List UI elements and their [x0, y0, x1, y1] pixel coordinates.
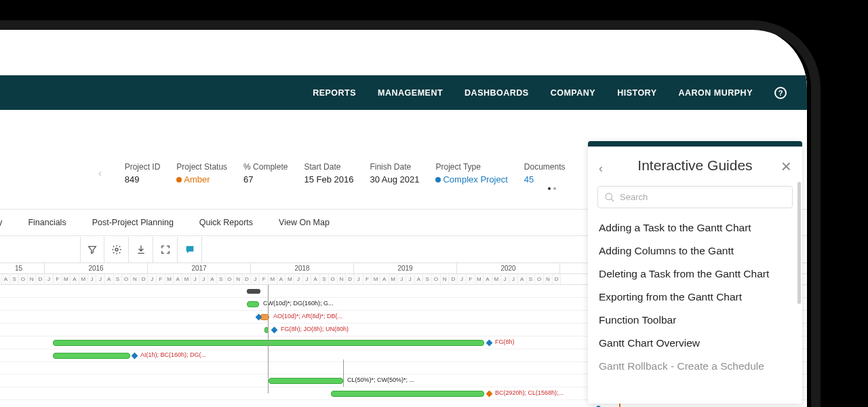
- month-cell: S: [217, 274, 226, 284]
- month-cell: M: [492, 274, 501, 284]
- month-cell: J: [458, 274, 467, 284]
- tab-partial[interactable]: ery: [0, 218, 5, 227]
- gantt-bar-label: CL(50%)*; CW(50%)*; ...: [347, 376, 414, 383]
- month-cell: F: [260, 274, 269, 284]
- month-cell: J: [148, 274, 157, 284]
- month-cell: A: [2, 274, 11, 284]
- close-icon[interactable]: ×: [781, 157, 791, 175]
- panel-back-icon[interactable]: ‹: [599, 161, 603, 176]
- documents-label: Documents: [524, 162, 566, 172]
- month-cell: F: [467, 274, 475, 284]
- percent-complete-value: 67: [243, 174, 288, 185]
- month-cell: A: [380, 274, 389, 284]
- gantt-bar[interactable]: [247, 301, 259, 307]
- month-cell: A: [71, 274, 79, 284]
- month-cell: A: [311, 274, 320, 284]
- project-status-label: Project Status: [176, 162, 227, 172]
- panel-title: Interactive Guides: [600, 157, 790, 174]
- project-type-value[interactable]: Complex Project: [435, 174, 507, 185]
- tab-financials[interactable]: Financials: [25, 218, 68, 227]
- gantt-bar[interactable]: [269, 378, 343, 384]
- gantt-bar[interactable]: [53, 353, 130, 359]
- start-date-value: 15 Feb 2016: [304, 174, 353, 185]
- month-cell: O: [432, 274, 441, 284]
- gantt-bar[interactable]: [331, 391, 484, 397]
- tab-quick-reports[interactable]: Quick Reports: [197, 218, 256, 227]
- nav-company[interactable]: COMPANY: [551, 88, 595, 98]
- meta-pager[interactable]: [548, 187, 556, 190]
- month-cell: S: [320, 274, 329, 284]
- help-icon[interactable]: ?: [774, 87, 787, 99]
- month-cell: A: [105, 274, 114, 284]
- svg-point-0: [115, 248, 118, 251]
- project-id-label: Project ID: [125, 162, 161, 172]
- month-cell: F: [54, 274, 62, 284]
- guide-item[interactable]: Function Toolbar: [599, 309, 791, 332]
- month-cell: M: [389, 274, 398, 284]
- tab-post-project-planning[interactable]: Post-Project Planning: [90, 218, 176, 227]
- start-date-label: Start Date: [304, 162, 353, 172]
- search-input[interactable]: [597, 186, 793, 208]
- project-status-value: Amber: [176, 174, 227, 185]
- meta-prev-icon[interactable]: ‹: [98, 168, 108, 178]
- month-cell: J: [200, 274, 209, 284]
- month-cell: N: [234, 274, 243, 284]
- scrollbar[interactable]: [797, 182, 801, 304]
- fullscreen-icon[interactable]: [153, 237, 178, 263]
- milestone-icon[interactable]: [486, 340, 493, 347]
- nav-history[interactable]: HISTORY: [617, 88, 656, 98]
- nav-user[interactable]: AARON MURPHY: [679, 88, 753, 98]
- month-cell: O: [19, 274, 28, 284]
- top-nav: REPORTS MANAGEMENT DASHBOARDS COMPANY HI…: [0, 75, 807, 110]
- svg-point-1: [606, 193, 612, 199]
- percent-complete-label: % Complete: [243, 162, 288, 172]
- month-cell: D: [346, 274, 355, 284]
- month-cell: M: [79, 274, 88, 284]
- milestone-icon[interactable]: [132, 353, 138, 360]
- gantt-bar-label: BC(2920h); CL(1568h);...: [495, 389, 564, 396]
- month-cell: J: [96, 274, 105, 284]
- comment-icon[interactable]: [178, 237, 202, 263]
- documents-value[interactable]: 45: [524, 174, 566, 185]
- gantt-bar[interactable]: [247, 289, 260, 294]
- filter-icon[interactable]: [80, 237, 104, 263]
- month-cell: S: [423, 274, 432, 284]
- month-cell: A: [174, 274, 182, 284]
- month-cell: J: [252, 274, 260, 284]
- finish-date-value: 30 Aug 2021: [370, 174, 419, 185]
- guides-list[interactable]: Adding a Task to the Gantt Chart Adding …: [588, 216, 802, 404]
- guide-item[interactable]: Gantt Rollback - Create a Schedule: [599, 355, 791, 378]
- month-cell: S: [114, 274, 123, 284]
- nav-reports[interactable]: REPORTS: [313, 88, 356, 98]
- month-cell: O: [329, 274, 338, 284]
- gantt-bar[interactable]: [53, 340, 484, 346]
- month-cell: J: [294, 274, 303, 284]
- gear-icon[interactable]: [104, 237, 129, 263]
- guide-item[interactable]: Exporting from the Gantt Chart: [599, 286, 791, 309]
- month-cell: A: [484, 274, 492, 284]
- month-cell: J: [355, 274, 363, 284]
- milestone-icon[interactable]: [486, 391, 493, 398]
- download-icon[interactable]: [129, 237, 153, 263]
- guide-item[interactable]: Adding Columns to the Gantt: [599, 239, 791, 263]
- month-cell: M: [372, 274, 380, 284]
- month-cell: A: [518, 274, 527, 284]
- month-cell: M: [475, 274, 484, 284]
- guide-item[interactable]: Deleting a Task from the Gantt Chart: [599, 263, 791, 286]
- month-cell: J: [397, 274, 406, 284]
- month-cell: M: [62, 274, 71, 284]
- month-cell: D: [243, 274, 252, 284]
- search-icon: [604, 192, 615, 205]
- month-cell: M: [165, 274, 174, 284]
- nav-dashboards[interactable]: DASHBOARDS: [465, 88, 529, 98]
- milestone-icon[interactable]: [271, 327, 278, 334]
- nav-management[interactable]: MANAGEMENT: [378, 88, 443, 98]
- guide-item[interactable]: Gantt Chart Overview: [599, 332, 791, 355]
- month-cell: D: [140, 274, 149, 284]
- month-cell: O: [226, 274, 235, 284]
- month-cell: J: [191, 274, 200, 284]
- guide-item[interactable]: Adding a Task to the Gantt Chart: [599, 216, 791, 239]
- month-cell: J: [406, 274, 415, 284]
- tab-view-on-map[interactable]: View On Map: [276, 218, 332, 227]
- month-cell: F: [157, 274, 165, 284]
